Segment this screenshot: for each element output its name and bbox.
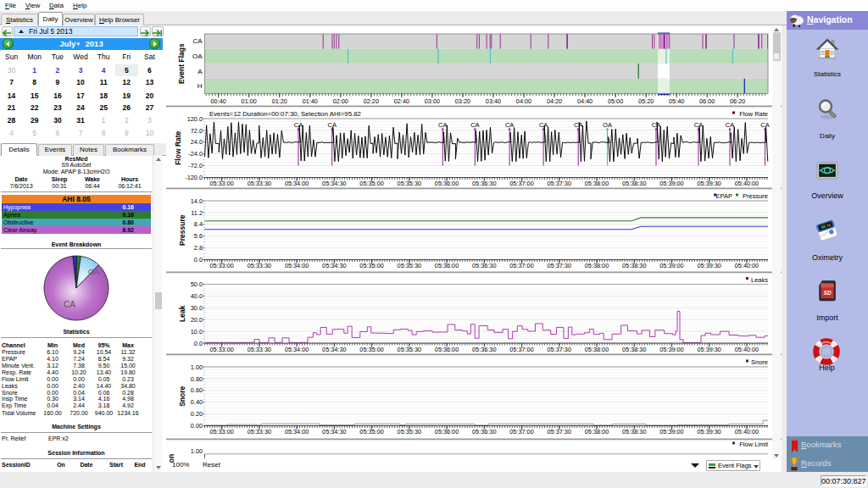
svg-text:05:37:30: 05:37:30 [548, 346, 571, 353]
svg-text:05:38:30: 05:38:30 [622, 262, 646, 269]
svg-text:05:38:00: 05:38:00 [585, 428, 609, 435]
svg-text:05:39:00: 05:39:00 [659, 262, 683, 269]
svg-text:05:36:30: 05:36:30 [472, 428, 496, 435]
svg-text:H: H [198, 82, 203, 90]
svg-text:03:40: 03:40 [486, 97, 501, 105]
svg-text:30.0: 30.0 [191, 304, 203, 312]
svg-text:EPAP: EPAP [716, 192, 732, 200]
svg-text:Events=12 Duration=00:07:30, S: Events=12 Duration=00:07:30, Selection A… [209, 110, 361, 118]
svg-text:05:39:30: 05:39:30 [698, 346, 721, 353]
svg-text:0.60: 0.60 [191, 386, 203, 394]
svg-text:11.2: 11.2 [191, 209, 203, 217]
svg-text:02:20: 02:20 [364, 97, 379, 105]
svg-text:05:36:30: 05:36:30 [472, 180, 496, 187]
svg-text:05:40:00: 05:40:00 [735, 262, 759, 269]
svg-text:Statistics: Statistics [814, 70, 841, 78]
svg-text:Pressure: Pressure [178, 214, 186, 246]
svg-text:10.0: 10.0 [191, 328, 203, 336]
svg-text:-72.0: -72.0 [188, 162, 203, 169]
svg-text:20.0: 20.0 [191, 316, 203, 324]
svg-text:Import: Import [816, 313, 838, 321]
svg-text:05:39:30: 05:39:30 [698, 262, 721, 269]
svg-text:05:40:00: 05:40:00 [735, 428, 759, 435]
svg-text:05:36:30: 05:36:30 [472, 346, 496, 353]
svg-text:05:35:00: 05:35:00 [359, 346, 383, 353]
svg-text:05:34:30: 05:34:30 [322, 346, 346, 353]
svg-text:Flow Rate: Flow Rate [739, 110, 768, 118]
svg-text:40.0: 40.0 [191, 292, 203, 300]
svg-text:03:20: 03:20 [455, 97, 470, 105]
svg-text:CA: CA [539, 121, 548, 129]
svg-text:05:35:30: 05:35:30 [398, 346, 421, 353]
svg-text:Snore: Snore [178, 385, 186, 406]
svg-text:06:20: 06:20 [730, 97, 745, 105]
svg-text:04:20: 04:20 [547, 97, 562, 105]
svg-text:CA: CA [192, 37, 203, 45]
svg-text:Leaks: Leaks [751, 276, 768, 284]
svg-text:Flow Rate: Flow Rate [174, 130, 182, 164]
svg-text:05:35:00: 05:35:00 [359, 262, 383, 269]
svg-text:05:38:30: 05:38:30 [622, 346, 646, 353]
svg-text:05:37:00: 05:37:00 [509, 346, 533, 353]
svg-text:05:35:30: 05:35:30 [398, 428, 421, 435]
svg-text:1.00: 1.00 [191, 447, 203, 455]
svg-text:05:40:00: 05:40:00 [735, 346, 759, 353]
svg-text:CA: CA [760, 121, 769, 129]
svg-text:01:40: 01:40 [303, 97, 318, 105]
svg-text:05:33:30: 05:33:30 [248, 428, 271, 435]
svg-text:2.8: 2.8 [194, 244, 203, 252]
svg-text:05:34:00: 05:34:00 [285, 346, 309, 353]
svg-text:06:00: 06:00 [699, 97, 715, 105]
svg-text:CA: CA [505, 121, 514, 129]
svg-text:05:20: 05:20 [638, 97, 654, 105]
svg-text:OA: OA [603, 121, 612, 129]
svg-text:-24.0: -24.0 [188, 150, 203, 158]
svg-text:05:33:00: 05:33:00 [209, 346, 233, 353]
svg-text:CA: CA [438, 121, 447, 129]
svg-text:01:00: 01:00 [242, 97, 257, 105]
svg-text:05:38:30: 05:38:30 [622, 180, 646, 187]
svg-text:0.0: 0.0 [194, 340, 203, 347]
svg-text:CA: CA [294, 121, 303, 129]
svg-text:05:38:00: 05:38:00 [585, 180, 609, 187]
svg-text:Pressure: Pressure [743, 192, 768, 200]
svg-text:05:33:00: 05:33:00 [209, 262, 233, 269]
svg-text:14.0: 14.0 [191, 197, 203, 205]
svg-text:50.0: 50.0 [191, 280, 203, 288]
svg-text:05:38:00: 05:38:00 [585, 346, 609, 353]
svg-text:03:00: 03:00 [425, 97, 440, 105]
svg-text:05:34:30: 05:34:30 [322, 180, 346, 187]
svg-text:0.40: 0.40 [191, 398, 203, 406]
svg-text:05:37:00: 05:37:00 [509, 180, 533, 187]
svg-text:Reset: Reset [203, 461, 221, 469]
svg-text:5.6: 5.6 [194, 232, 203, 240]
svg-text:05:36:30: 05:36:30 [472, 262, 496, 269]
svg-text:Leak: Leak [178, 305, 186, 322]
svg-text:02:00: 02:00 [333, 97, 348, 105]
svg-text:05:34:00: 05:34:00 [285, 428, 309, 435]
svg-text:OA: OA [192, 53, 203, 60]
svg-text:05:34:00: 05:34:00 [285, 180, 309, 187]
svg-text:100%: 100% [172, 461, 189, 469]
svg-text:Oximetry: Oximetry [812, 252, 843, 261]
svg-text:72.0: 72.0 [191, 127, 203, 135]
svg-text:SD: SD [824, 290, 832, 296]
svg-text:05:40: 05:40 [669, 97, 684, 105]
svg-text:24.0: 24.0 [191, 138, 203, 146]
svg-text:CA: CA [694, 121, 703, 129]
svg-text:05:35:30: 05:35:30 [398, 262, 421, 269]
svg-text:CA: CA [726, 121, 734, 129]
svg-text:00:40: 00:40 [211, 97, 226, 105]
svg-text:05:34:30: 05:34:30 [322, 262, 346, 269]
svg-text:05:34:30: 05:34:30 [322, 428, 346, 435]
svg-text:05:33:30: 05:33:30 [248, 262, 271, 269]
svg-text:04:00: 04:00 [516, 97, 531, 105]
svg-text:02:40: 02:40 [394, 97, 409, 105]
svg-text:CA: CA [652, 121, 660, 129]
svg-text:8.4: 8.4 [194, 220, 203, 228]
svg-text:05:33:30: 05:33:30 [248, 180, 271, 187]
svg-text:CA: CA [64, 300, 75, 309]
svg-text:Flow Limit: Flow Limit [739, 441, 769, 448]
svg-text:120.0: 120.0 [187, 115, 203, 123]
svg-text:05:33:00: 05:33:00 [209, 428, 233, 435]
